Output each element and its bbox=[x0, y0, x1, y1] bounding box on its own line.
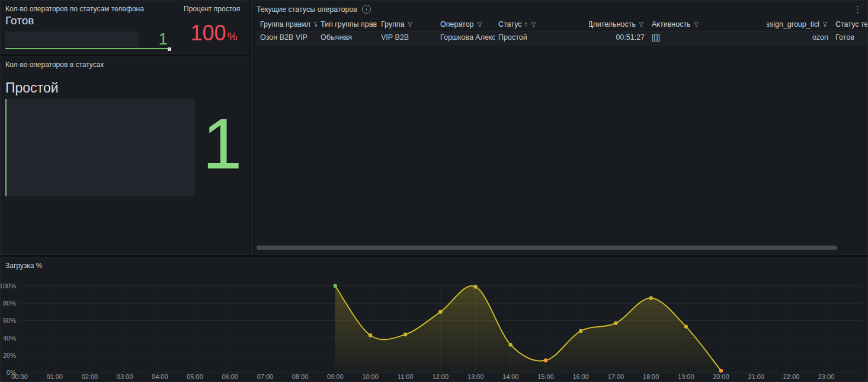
column-header-label: Оператор bbox=[440, 20, 474, 28]
svg-text:04:00: 04:00 bbox=[152, 373, 168, 380]
gauge-threshold-marker-icon bbox=[168, 47, 171, 51]
gauge-status-label: Готов bbox=[5, 14, 34, 27]
data-point bbox=[369, 333, 372, 337]
svg-text:14:00: 14:00 bbox=[502, 373, 519, 380]
table-cell: Озон B2B VIP bbox=[257, 31, 317, 44]
data-point bbox=[579, 329, 582, 333]
data-point bbox=[509, 343, 513, 346]
svg-text:20:00: 20:00 bbox=[713, 373, 729, 380]
table-cell: 00:51:27 bbox=[589, 31, 648, 44]
svg-text:11:00: 11:00 bbox=[398, 373, 414, 380]
panel-status-counts: Кол-во операторов в статусах Простой 1 bbox=[0, 56, 249, 255]
table-header-row: Группа правилТип группы правГруппаОперат… bbox=[257, 18, 867, 31]
panel-title: Текущие статусы операторов bbox=[257, 5, 357, 14]
sort-asc-icon[interactable]: ↑ bbox=[524, 20, 528, 28]
table-cell: Готов bbox=[832, 31, 867, 44]
svg-text:08:00: 08:00 bbox=[292, 373, 309, 380]
table-cell: Простой bbox=[495, 31, 589, 44]
column-header-label: Длительность bbox=[589, 20, 636, 28]
svg-text:13:00: 13:00 bbox=[467, 373, 484, 380]
svg-text:19:00: 19:00 bbox=[678, 373, 694, 380]
stat-value-wrap: 100 % bbox=[179, 15, 249, 51]
svg-text:10:00: 10:00 bbox=[362, 373, 379, 380]
table-row: Озон B2B VIPОбычнаяVIP B2BГоршкова Алекс… bbox=[257, 31, 867, 45]
panel-load-chart: 0%20%40%60%80%100%00:0001:0002:0003:0004… bbox=[0, 257, 868, 382]
gauge-value: 1 bbox=[158, 30, 168, 48]
gauge-status-label: Простой bbox=[5, 80, 59, 96]
data-point bbox=[438, 310, 442, 314]
panel-idle-percent: Процент простоя 100 % bbox=[178, 0, 249, 54]
column-header-label: Статус тел bbox=[835, 20, 867, 28]
svg-text:80%: 80% bbox=[3, 300, 16, 307]
data-point bbox=[719, 369, 723, 373]
svg-text:12:00: 12:00 bbox=[433, 373, 449, 380]
stat-value: 100 bbox=[191, 23, 226, 44]
column-header-label: Активность bbox=[652, 20, 691, 28]
bar-gauge-track bbox=[5, 99, 195, 196]
table-cell: Обычная bbox=[317, 31, 377, 44]
data-point bbox=[649, 296, 652, 300]
svg-text:18:00: 18:00 bbox=[643, 373, 659, 380]
svg-text:60%: 60% bbox=[3, 317, 16, 324]
filter-icon[interactable] bbox=[693, 21, 700, 28]
panel-phone-statuses: Кол-во операторов по статусам телефона Г… bbox=[0, 0, 177, 54]
svg-text:03:00: 03:00 bbox=[117, 373, 133, 380]
svg-text:07:00: 07:00 bbox=[257, 373, 274, 380]
column-header-label: Тип группы прав bbox=[321, 20, 377, 28]
info-icon[interactable]: i bbox=[362, 5, 371, 14]
stat-unit: % bbox=[228, 23, 238, 43]
svg-text:09:00: 09:00 bbox=[327, 373, 344, 380]
column-header[interactable]: Статус тел bbox=[832, 18, 867, 31]
bar-gauge: 1 bbox=[5, 29, 170, 52]
horizontal-scrollbar[interactable] bbox=[257, 246, 837, 250]
svg-text:05:00: 05:00 bbox=[187, 373, 203, 380]
column-header-label: Статус bbox=[498, 20, 522, 28]
bar-gauge-track bbox=[5, 31, 139, 47]
data-point bbox=[473, 285, 477, 288]
column-header[interactable]: Группа bbox=[377, 18, 437, 31]
svg-text:17:00: 17:00 bbox=[608, 373, 624, 380]
column-header-label: assign_group_ticl bbox=[767, 20, 819, 28]
gauge-value: 1 bbox=[196, 106, 248, 181]
column-header[interactable]: Длительность bbox=[589, 18, 648, 31]
table-cell: Горшкова Александ bbox=[437, 31, 495, 44]
kebab-menu-icon[interactable]: ⋮ bbox=[850, 4, 866, 15]
load-chart-svg: 0%20%40%60%80%100%00:0001:0002:0003:0004… bbox=[1, 257, 867, 381]
data-point bbox=[684, 324, 688, 328]
svg-text:20%: 20% bbox=[3, 352, 16, 359]
column-header-label: Группа правил bbox=[260, 20, 310, 28]
data-point bbox=[403, 333, 407, 336]
svg-text:01:00: 01:00 bbox=[46, 373, 63, 380]
gauge-baseline bbox=[5, 48, 170, 49]
column-header[interactable]: Активность bbox=[648, 18, 767, 31]
column-header-label: Группа bbox=[381, 20, 405, 28]
panel-title: Кол-во операторов в статусах bbox=[5, 61, 104, 69]
data-point bbox=[614, 321, 617, 325]
data-point bbox=[334, 284, 337, 288]
panel-operator-statuses-table: Текущие статусы операторов i ⋮ Группа пр… bbox=[251, 0, 868, 255]
svg-text:40%: 40% bbox=[3, 335, 16, 342]
svg-text:22:00: 22:00 bbox=[783, 373, 800, 380]
svg-text:16:00: 16:00 bbox=[572, 373, 589, 380]
table-cell: VIP B2B bbox=[377, 31, 437, 44]
panel-title: Кол-во операторов по статусам телефона bbox=[5, 5, 144, 13]
svg-text:21:00: 21:00 bbox=[748, 373, 764, 380]
filter-icon[interactable] bbox=[407, 21, 414, 28]
svg-text:02:00: 02:00 bbox=[82, 373, 98, 380]
panel-title: Процент простоя bbox=[184, 5, 240, 13]
column-header[interactable]: Группа правил bbox=[257, 18, 317, 31]
column-header[interactable]: Статус↑ bbox=[495, 18, 589, 31]
filter-icon[interactable] bbox=[530, 21, 537, 28]
filter-icon[interactable] bbox=[822, 21, 828, 28]
svg-text:06:00: 06:00 bbox=[222, 373, 238, 380]
svg-text:100%: 100% bbox=[1, 282, 16, 289]
column-header[interactable]: Тип группы прав bbox=[317, 18, 377, 31]
filter-icon[interactable] bbox=[313, 21, 317, 28]
filter-icon[interactable] bbox=[638, 21, 645, 28]
table-cell: ozon bbox=[767, 31, 832, 44]
column-header[interactable]: Оператор bbox=[437, 18, 495, 31]
filter-icon[interactable] bbox=[476, 21, 483, 28]
data-point bbox=[544, 358, 547, 362]
column-header[interactable]: assign_group_ticl bbox=[767, 18, 832, 31]
panel-title-bar: Текущие статусы операторов i bbox=[257, 5, 371, 14]
